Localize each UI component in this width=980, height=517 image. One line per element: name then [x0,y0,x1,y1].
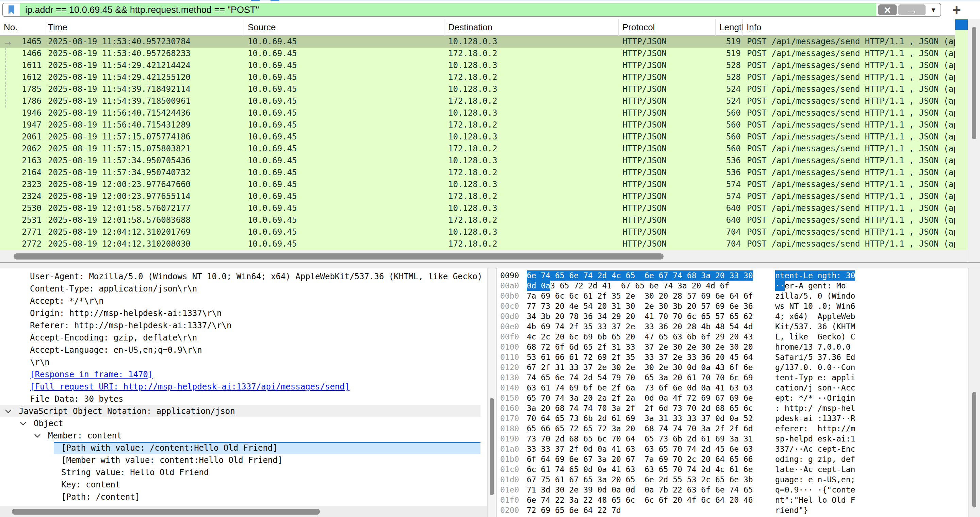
detail-line[interactable]: [Full request URI: http://msp-helpdesk-a… [0,381,496,393]
packet-row[interactable]: 27712025-08-19 12:04:12.31020176910.0.69… [0,226,955,238]
cell-source: 10.0.69.45 [244,179,444,190]
apply-filter-button[interactable]: → [898,5,926,15]
detail-vertical-scrollbar[interactable] [487,268,496,517]
packet-row[interactable]: 23242025-08-19 12:00:23.97765511410.0.69… [0,190,955,202]
hex-row[interactable]: 00906e 74 65 6e 74 2d 4c 65 6e 67 74 68 … [497,270,980,281]
hex-offset: 00a0 [500,281,519,291]
expand-chevron-icon[interactable] [5,409,12,414]
column-header-no[interactable]: No. [0,19,44,36]
packet-row[interactable]: 23232025-08-19 12:00:23.97764766010.0.69… [0,179,955,190]
detail-line[interactable]: Referer: http://msp-helpdesk-ai:1337/\r\… [0,319,496,331]
column-header-time[interactable]: Time [44,19,244,36]
pane-splitter[interactable] [0,262,980,268]
detail-line[interactable]: Key: content [0,479,496,491]
column-header-destination[interactable]: Destination [444,19,619,36]
hex-row[interactable]: 020072 69 65 6e 64 22 7driend"} [497,505,980,515]
hex-row[interactable]: 01603a 20 68 74 74 70 3a 2f 2f 6d 73 70 … [497,403,980,413]
expand-chevron-icon[interactable] [34,433,41,438]
hex-row[interactable]: 013074 65 6e 74 2d 54 79 70 65 3a 20 61 … [497,373,980,383]
hex-row[interactable]: 01d067 75 61 67 65 3a 20 65 6e 2d 55 53 … [497,474,980,485]
detail-line[interactable]: \r\n [0,356,496,368]
hex-row[interactable]: 010068 72 6f 6d 65 2f 31 33 37 2e 30 2e … [497,342,980,352]
packet-row[interactable]: 19462025-08-19 11:56:40.71542443610.0.69… [0,107,955,119]
hex-row[interactable]: 01f06e 74 22 3a 22 48 65 6c 6c 6f 20 4f … [497,495,980,505]
hex-row[interactable]: 00f04c 2c 20 6c 69 6b 65 20 47 65 63 6b … [497,331,980,342]
detail-line[interactable]: [Path with value: /content:Hello Old Fri… [0,442,496,454]
packet-row[interactable]: 25302025-08-19 12:01:58.57607217710.0.69… [0,202,955,214]
hex-row[interactable]: 01a033 33 37 2f 0d 0a 41 63 63 65 70 74 … [497,444,980,454]
packet-row[interactable]: 27722025-08-19 12:04:12.31020803010.0.69… [0,238,955,250]
hex-row[interactable]: 00a00d 0a 55 73 65 72 2d 41 67 65 6e 74 … [497,281,980,291]
hex-row[interactable]: 01e071 3d 30 2e 39 0d 0a 0d 0a 7b 22 63 … [497,485,980,495]
hex-row[interactable]: 011053 61 66 61 72 69 2f 35 33 37 2e 33 … [497,352,980,362]
hex-bytes: 65 66 65 72 65 72 3a 20 68 74 74 70 3a 2… [527,423,753,434]
hex-row[interactable]: 018065 66 65 72 65 72 3a 20 68 74 74 70 … [497,423,980,434]
packet-row[interactable]: 21642025-08-19 11:57:34.95074073210.0.69… [0,167,955,179]
detail-line[interactable]: Accept: */*\r\n [0,295,496,307]
clear-filter-button[interactable]: × [878,5,897,15]
detail-line[interactable]: [Path: /content] [0,491,496,503]
cell-length: 560 [716,143,743,155]
detail-link[interactable]: [Response in frame: 1470] [30,368,153,381]
detail-line[interactable]: Content-Type: application/json\r\n [0,283,496,295]
scrollbar-thumb[interactable] [972,392,976,507]
detail-line[interactable]: Accept-Language: en-US,en;q=0.9\r\n [0,344,496,356]
detail-line[interactable]: [Response in frame: 1470] [0,368,496,381]
packet-row[interactable]: 14652025-08-19 11:53:40.95723078410.0.69… [0,36,955,48]
packet-row[interactable]: 25312025-08-19 12:01:58.57608368810.0.69… [0,214,955,226]
detail-line[interactable]: File Data: 30 bytes [0,393,496,405]
expand-chevron-icon[interactable] [19,421,27,426]
column-header-source[interactable]: Source [244,19,444,36]
add-filter-button[interactable]: + [949,4,964,17]
packet-row[interactable]: 14662025-08-19 11:53:40.95726823310.0.69… [0,48,955,60]
filter-bookmark-button[interactable] [3,3,20,16]
hex-row[interactable]: 017070 64 65 73 6b 2d 61 69 3a 31 33 33 … [497,413,980,423]
packet-list-horizontal-scrollbar[interactable] [0,250,968,262]
detail-line[interactable]: String value: Hello Old Friend [0,466,496,479]
detail-line[interactable]: JavaScript Object Notation: application/… [0,405,496,417]
detail-link[interactable]: [Full request URI: http://msp-helpdesk-a… [30,381,350,393]
scrollbar-thumb[interactable] [14,254,663,260]
packet-row[interactable]: 17852025-08-19 11:54:39.71849211410.0.69… [0,83,955,95]
scrollbar-thumb[interactable] [972,27,976,139]
hex-row[interactable]: 014063 61 74 69 6f 6e 2f 6a 73 6f 6e 0d … [497,383,980,393]
packet-list-vertical-scrollbar[interactable] [968,19,980,268]
packet-row[interactable]: 21632025-08-19 11:57:34.95070543610.0.69… [0,155,955,167]
hex-bytes: 7a 69 6c 6c 61 2f 35 2e 30 20 28 57 69 6… [527,291,753,301]
detail-horizontal-scrollbar[interactable] [0,506,487,517]
hex-row[interactable]: 012067 2f 31 33 37 2e 30 2e 30 2e 30 0d … [497,362,980,373]
packet-row[interactable]: 17862025-08-19 11:54:39.71850096110.0.69… [0,95,955,107]
scrollbar-thumb[interactable] [12,509,320,515]
hex-row[interactable]: 01c06c 61 74 65 0d 0a 41 63 63 65 70 74 … [497,464,980,474]
hex-row[interactable]: 015065 70 74 3a 20 2a 2f 2a 0d 0a 4f 72 … [497,393,980,403]
column-header-protocol[interactable]: Protocol [619,19,716,36]
detail-line[interactable]: Origin: http://msp-helpdesk-ai:1337\r\n [0,307,496,319]
packet-row[interactable]: 20622025-08-19 11:57:15.07580382110.0.69… [0,143,955,155]
filter-history-dropdown[interactable]: ▾ [926,3,940,16]
hex-row[interactable]: 019073 70 2d 68 65 6c 70 64 65 73 6b 2d … [497,434,980,444]
bytes-vertical-scrollbar[interactable] [969,268,980,517]
cell-info: POST /api/messages/send HTTP/1.1 , JSON … [743,179,955,190]
detail-line[interactable]: Accept-Encoding: gzip, deflate\r\n [0,331,496,344]
packet-row[interactable]: 16122025-08-19 11:54:29.42125512010.0.69… [0,71,955,83]
hex-row[interactable]: 00d034 3b 20 78 36 34 29 20 41 70 70 6c … [497,311,980,322]
hex-bytes: 0d 0a 55 73 65 72 2d 41 67 65 6e 74 3a 2… [527,281,729,291]
column-header-info[interactable]: Info [743,19,955,36]
detail-line[interactable]: Member: content [0,430,496,442]
packet-row[interactable]: 16112025-08-19 11:54:29.42121442410.0.69… [0,60,955,71]
detail-line[interactable]: [Member with value: content:Hello Old Fr… [0,454,496,466]
detail-line[interactable]: User-Agent: Mozilla/5.0 (Windows NT 10.0… [0,270,496,283]
scrollbar-thumb[interactable] [490,398,494,495]
hex-row[interactable]: 01b06f 64 69 6e 67 3a 20 67 7a 69 70 2c … [497,454,980,464]
packet-row[interactable]: 20612025-08-19 11:57:15.07577418610.0.69… [0,131,955,143]
hex-row[interactable]: 00e04b 69 74 2f 35 33 37 2e 33 36 20 28 … [497,322,980,331]
hex-row[interactable]: 00b07a 69 6c 6c 61 2f 35 2e 30 20 28 57 … [497,291,980,301]
column-header-length[interactable]: Length [716,19,743,36]
hex-ascii: eferer: http://m [775,423,855,434]
hex-row[interactable]: 00c077 73 20 4e 54 20 31 30 2e 30 3b 20 … [497,301,980,311]
hex-ascii: ws NT 10 .0; Win6 [775,301,855,311]
packet-list-minimap[interactable] [955,19,968,268]
display-filter-input[interactable]: ip.addr == 10.0.69.45 && http.request.me… [20,3,876,16]
detail-line[interactable]: Object [0,417,496,430]
packet-row[interactable]: 19472025-08-19 11:56:40.71543128910.0.69… [0,119,955,131]
